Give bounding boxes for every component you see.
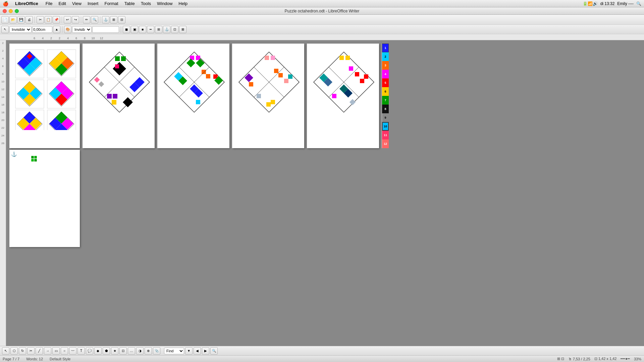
- draw-rect-btn[interactable]: ▭: [52, 347, 60, 355]
- zoom-level: 33%: [634, 357, 641, 361]
- zoom-slider[interactable]: ━━●━: [621, 357, 630, 361]
- draw-basic-btn[interactable]: ◆: [94, 347, 102, 355]
- draw-more-btn[interactable]: …: [128, 347, 135, 355]
- menu-table[interactable]: Table: [122, 0, 138, 7]
- find-next-btn[interactable]: ▶: [202, 347, 209, 355]
- search-icon[interactable]: 🔍: [636, 1, 641, 6]
- draw-rotate-btn[interactable]: ↻: [19, 347, 26, 355]
- svg-rect-43: [107, 94, 112, 99]
- svg-rect-108: [31, 159, 34, 162]
- draw-crop-btn[interactable]: ✂: [27, 347, 35, 355]
- new-btn[interactable]: 📄: [1, 16, 9, 23]
- color-1[interactable]: 1: [382, 44, 389, 52]
- anchor2-btn[interactable]: ⚓: [163, 26, 170, 33]
- color-7[interactable]: 7: [382, 96, 389, 105]
- draw-arrow-btn[interactable]: →: [44, 347, 51, 355]
- find-expand-btn[interactable]: ▼: [185, 347, 193, 355]
- svg-rect-40: [121, 56, 126, 61]
- find-btn[interactable]: 🔍: [91, 16, 98, 23]
- fill-btn[interactable]: ■: [139, 26, 146, 33]
- color-8[interactable]: 8: [382, 105, 389, 113]
- svg-rect-109: [34, 159, 37, 162]
- apple-menu[interactable]: 🍎: [3, 1, 8, 6]
- shadow-btn[interactable]: ◼: [123, 26, 130, 33]
- find-select[interactable]: Find: [164, 348, 184, 354]
- draw-btn[interactable]: ✏: [83, 16, 90, 23]
- size-up-btn[interactable]: ▲: [53, 26, 60, 33]
- svg-rect-51: [94, 77, 100, 83]
- arrange-btn[interactable]: ⊠: [179, 26, 186, 33]
- draw-polygon-btn[interactable]: ⬟: [103, 347, 110, 355]
- size-input[interactable]: [32, 26, 52, 33]
- canvas[interactable]: 1 2 3 4 5 6 7 8 9 10 11 12 ⚓: [6, 40, 644, 353]
- open-btn[interactable]: 📂: [9, 16, 17, 23]
- color-4[interactable]: 4: [382, 70, 389, 78]
- draw-callout-btn[interactable]: 💬: [86, 347, 93, 355]
- page-7: ⚓: [9, 150, 80, 247]
- draw-insert-btn[interactable]: ⊕: [145, 347, 152, 355]
- draw-free-btn[interactable]: 〰: [69, 347, 76, 355]
- anchor-btn[interactable]: ⚓: [102, 16, 109, 23]
- save-btn[interactable]: 💾: [17, 16, 25, 23]
- draw-select-btn[interactable]: ↖: [2, 347, 9, 355]
- select-btn[interactable]: ↖: [1, 26, 9, 33]
- object-icon[interactable]: [31, 156, 38, 163]
- style-select[interactable]: Invisible: [9, 26, 32, 33]
- close-button[interactable]: [3, 9, 7, 13]
- color-12[interactable]: 12: [382, 139, 389, 148]
- maximize-button[interactable]: [15, 9, 19, 13]
- find-prev-btn[interactable]: ◀: [194, 347, 201, 355]
- draw-text-btn[interactable]: T: [77, 347, 85, 355]
- ungroup-btn[interactable]: ⊟: [118, 16, 125, 23]
- menu-help[interactable]: Help: [176, 0, 190, 7]
- draw-line-btn[interactable]: ╱: [36, 347, 43, 355]
- menu-view[interactable]: View: [69, 0, 84, 7]
- svg-rect-96: [364, 74, 368, 79]
- menu-window[interactable]: Window: [154, 0, 175, 7]
- menu-tools[interactable]: Tools: [138, 0, 154, 7]
- fill-color-input[interactable]: [92, 26, 119, 33]
- border-btn[interactable]: ▣: [131, 26, 138, 33]
- sep4: [100, 16, 100, 23]
- align-btn[interactable]: ⊞: [155, 26, 162, 33]
- copy-btn[interactable]: 📋: [45, 16, 52, 23]
- undo-btn[interactable]: ↩: [64, 16, 71, 23]
- menu-insert[interactable]: Insert: [85, 0, 101, 7]
- line-btn[interactable]: ━: [147, 26, 154, 33]
- draw-node-btn[interactable]: ⬡: [10, 347, 18, 355]
- minimize-button[interactable]: [9, 9, 13, 13]
- color-11[interactable]: 11: [382, 131, 389, 139]
- redo-btn[interactable]: ↪: [72, 16, 79, 23]
- puzzle-page-1-svg: [12, 46, 79, 130]
- color-3[interactable]: 3: [382, 61, 389, 70]
- fill-select[interactable]: Invisib: [72, 26, 92, 33]
- draw-shadow-btn2[interactable]: ◑: [136, 347, 144, 355]
- svg-rect-88: [257, 94, 261, 98]
- color-btn[interactable]: 🎨: [64, 26, 71, 33]
- page-3: [157, 44, 229, 148]
- find-search-btn[interactable]: 🔍: [210, 347, 218, 355]
- svg-rect-75: [265, 56, 269, 60]
- color-2[interactable]: 2: [382, 52, 389, 61]
- color-6[interactable]: 6: [382, 87, 389, 96]
- group-btn[interactable]: ⊞: [110, 16, 117, 23]
- draw-star-btn[interactable]: ★: [111, 347, 118, 355]
- color-5[interactable]: 5: [382, 78, 389, 87]
- color-9[interactable]: 9: [382, 113, 389, 122]
- tab-btn[interactable]: ⊡: [171, 26, 178, 33]
- print-btn[interactable]: 🖨: [25, 16, 33, 23]
- menu-libreoffice[interactable]: LibreOffice: [12, 0, 41, 7]
- clock: di 13:32: [600, 1, 615, 6]
- svg-rect-84: [266, 102, 271, 107]
- color-10[interactable]: 10: [382, 122, 389, 131]
- draw-ellipse-btn[interactable]: ○: [61, 347, 68, 355]
- view-buttons[interactable]: ⊞ ⊡: [557, 357, 564, 361]
- menu-edit[interactable]: Edit: [56, 0, 69, 7]
- svg-rect-87: [249, 82, 253, 86]
- cut-btn[interactable]: ✂: [37, 16, 44, 23]
- draw-flow-btn[interactable]: ⊡: [119, 347, 127, 355]
- menu-file[interactable]: File: [43, 0, 55, 7]
- draw-attach-btn[interactable]: 📎: [153, 347, 160, 355]
- paste-btn[interactable]: 📌: [53, 16, 60, 23]
- menu-format[interactable]: Format: [102, 0, 121, 7]
